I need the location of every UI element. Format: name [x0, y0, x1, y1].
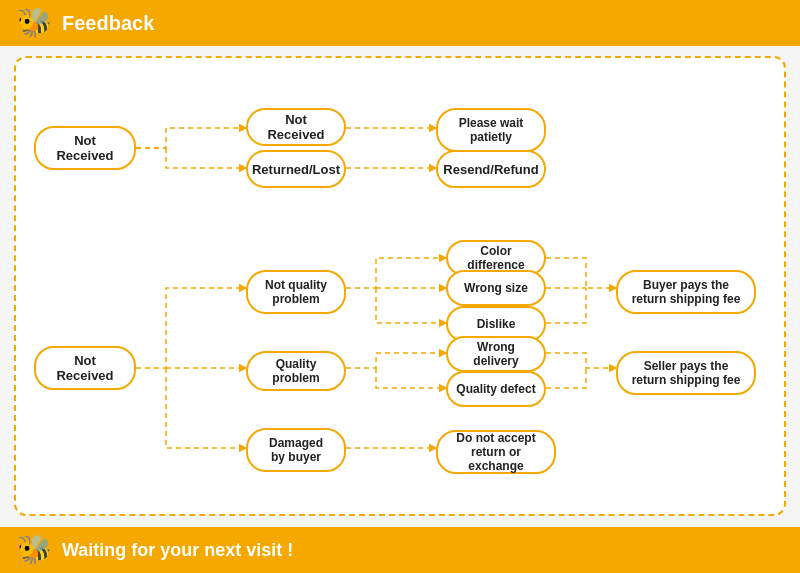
- footer-bar: 🐝 Waiting for your next visit !: [0, 527, 800, 573]
- node-buyer-pays: Buyer pays the return shipping fee: [616, 270, 756, 314]
- node-quality-defect: Quality defect: [446, 371, 546, 407]
- node-do-not-accept: Do not accept return or exchange: [436, 430, 556, 474]
- node-quality-problem: Quality problem: [246, 351, 346, 391]
- node-wrong-delivery: Wrong delivery: [446, 336, 546, 372]
- bee-icon-footer: 🐝: [16, 532, 52, 568]
- bee-icon-header: 🐝: [16, 5, 52, 41]
- node-returned-lost: Returned/Lost: [246, 150, 346, 188]
- node-seller-pays: Seller pays the return shipping fee: [616, 351, 756, 395]
- node-wrong-size: Wrong size: [446, 270, 546, 306]
- node-not-quality-problem: Not quality problem: [246, 270, 346, 314]
- node-not-received-bottom-left: Not Received: [34, 346, 136, 390]
- node-not-received-right: Not Received: [246, 108, 346, 146]
- header-bar: 🐝 Feedback: [0, 0, 800, 46]
- node-please-wait: Please wait patietly: [436, 108, 546, 152]
- footer-title: Waiting for your next visit !: [62, 540, 293, 561]
- header-title: Feedback: [62, 12, 154, 35]
- node-not-received-top-left: Not Received: [34, 126, 136, 170]
- main-diagram-area: Not Received Not Received Returned/Lost …: [14, 56, 786, 516]
- node-damaged-by-buyer: Damaged by buyer: [246, 428, 346, 472]
- node-resend-refund: Resend/Refund: [436, 150, 546, 188]
